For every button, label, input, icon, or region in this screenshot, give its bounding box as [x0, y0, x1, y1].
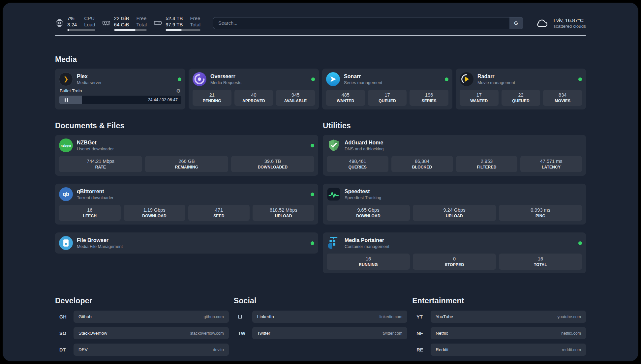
nzbget-icon: nzbget [59, 138, 73, 152]
service-description: Speedtest Tracking [345, 195, 381, 200]
stat-tile: 618.52 Mbps UPLOAD [253, 205, 314, 221]
cpu-icon [55, 18, 64, 27]
stat-tile: 47.571 ms LATENCY [520, 156, 582, 172]
stat-value: 471 [190, 207, 249, 213]
section-utilities: Utilities AdGuard Home DNS and [323, 121, 586, 273]
stat-label: REMAINING [146, 165, 227, 169]
stat-tile: 0.993 ms PING [499, 205, 582, 221]
stat-label: TOTAL [500, 262, 581, 267]
bookmark-netflix[interactable]: NF Netflix netflix.com [412, 327, 586, 339]
stat-value: 9.24 Gbps [414, 207, 495, 213]
search-bar: G [213, 17, 523, 29]
service-card-radarr[interactable]: Radarr Movie management 17 WANTED 22 QUE… [456, 69, 586, 109]
service-card-speedtest[interactable]: Speedtest Speedtest Tracking 9.65 Gbps D… [323, 184, 586, 225]
weather-widget[interactable]: Lviv, 16.87°C scattered clouds [534, 17, 586, 29]
now-playing-title: Bullet Train [60, 88, 82, 93]
status-indicator [178, 77, 181, 81]
memory-total: 64 GiB [114, 21, 129, 28]
stat-value: 485 [327, 92, 364, 98]
bookmark-abbr: RE [412, 347, 431, 352]
stat-value: 266 GB [146, 159, 227, 164]
stat-value: 22 [503, 92, 539, 98]
stat-tile: 16 TOTAL [499, 254, 582, 270]
bookmark-url: youtube.com [557, 315, 581, 319]
bookmark-url: linkedin.com [380, 315, 402, 319]
stat-value: 1.19 Gbps [125, 207, 184, 213]
service-card-adguard[interactable]: AdGuard Home DNS and adblocking 498,461 … [323, 135, 586, 176]
status-indicator [445, 77, 448, 81]
service-name: Speedtest [345, 189, 381, 195]
stat-label: PING [500, 214, 581, 218]
bookmark-reddit[interactable]: RE Reddit reddit.com [412, 344, 586, 356]
weather-location: Lviv, 16.87°C [554, 17, 586, 23]
stat-value: 2,953 [457, 159, 516, 164]
disk-free: 52.4 TB [166, 15, 183, 21]
cpu-label-top: CPU [84, 15, 95, 21]
search-input[interactable] [213, 17, 509, 29]
stat-value: 945 [277, 92, 314, 98]
status-indicator [311, 77, 315, 81]
stat-value: 21 [194, 92, 230, 98]
gear-icon[interactable]: ⚙ [176, 88, 181, 93]
stat-tile: 9.24 Gbps UPLOAD [413, 205, 496, 221]
top-bar: 7% 3.24 CPU Load [55, 15, 586, 31]
cloud-icon [534, 17, 550, 29]
stat-tile: 0 STOPPED [413, 254, 496, 270]
section-documents: Documents & Files nzbget NZBGet Usenet d… [55, 121, 318, 254]
stat-value: 744.21 Mbps [60, 159, 141, 164]
service-card-qbittorrent[interactable]: qb qBittorrent Torrent downloader 16 LEE… [55, 184, 318, 225]
search-provider-button[interactable]: G [509, 17, 523, 29]
stat-value: 16 [60, 207, 119, 213]
stat-label: FILTERED [457, 165, 516, 169]
stat-label: SERIES [411, 99, 447, 103]
stat-tile: 498,461 QUERIES [327, 156, 388, 172]
service-name: qBittorrent [77, 189, 113, 195]
stat-tile: 16 LEECH [59, 205, 121, 221]
stat-tile: 39.6 TB DOWNLOADED [231, 156, 314, 172]
memory-widget: 22 GiB 64 GiB Free Total [102, 15, 147, 31]
topbar-divider [55, 35, 586, 36]
bookmark-youtube[interactable]: YT YouTube youtube.com [412, 311, 586, 323]
service-card-nzbget[interactable]: nzbget NZBGet Usenet downloader 744.21 M… [55, 135, 318, 176]
service-card-plex[interactable]: ❯ Plex Media server Bullet Train ⚙ [55, 69, 185, 109]
resource-widgets: 7% 3.24 CPU Load [55, 15, 200, 31]
service-name: Plex [77, 74, 102, 79]
service-card-overseerr[interactable]: Overseerr Media Requests 21 PENDING 40 A… [189, 69, 319, 109]
stat-value: 16 [500, 256, 581, 261]
cpu-load-average: 3.24 [67, 21, 77, 28]
bookmark-group-title: Developer [55, 296, 229, 305]
service-card-portainer[interactable]: Media Portainer Container management 16 … [323, 232, 586, 273]
stat-label: PENDING [194, 99, 230, 103]
stat-tile: 40 APPROVED [234, 90, 273, 106]
bookmark-github[interactable]: GH Github github.com [55, 311, 229, 323]
bookmark-linkedin[interactable]: LI LinkedIn linkedin.com [234, 311, 408, 323]
status-indicator [311, 193, 314, 196]
cpu-widget: 7% 3.24 CPU Load [55, 15, 95, 31]
bookmark-dev[interactable]: DT DEV dev.to [55, 344, 229, 356]
pause-button[interactable] [59, 96, 74, 104]
service-card-sonarr[interactable]: Sonarr Series management 485 WANTED 17 Q… [322, 69, 452, 109]
stat-label: RATE [60, 165, 141, 169]
stat-label: SEED [190, 214, 249, 218]
bookmark-url: reddit.com [562, 348, 581, 352]
service-description: DNS and adblocking [345, 146, 384, 151]
stat-label: WANTED [461, 99, 497, 103]
service-name: Media Portainer [345, 237, 389, 243]
bookmark-abbr: DT [55, 347, 74, 352]
stat-label: UPLOAD [414, 214, 495, 218]
bookmark-twitter[interactable]: TW Twitter twitter.com [234, 327, 408, 339]
stat-tile: 471 SEED [188, 205, 250, 221]
service-description: Series management [344, 80, 382, 85]
stat-label: DOWNLOAD [125, 214, 184, 218]
radarr-icon [460, 72, 473, 86]
service-card-filebrowser[interactable]: File Browser Media File Management [55, 232, 318, 254]
portainer-icon [327, 236, 341, 250]
stat-tile: 17 WANTED [460, 90, 499, 106]
cpu-percent: 7% [67, 15, 77, 21]
bookmark-name: Github [78, 314, 92, 319]
playback-progress-bar[interactable]: 24:44 / 02:06:47 [59, 96, 181, 104]
disk-icon [153, 18, 162, 27]
bookmark-stackoverflow[interactable]: SO StackOverflow stackoverflow.com [55, 327, 229, 339]
bookmark-abbr: YT [412, 314, 431, 319]
memory-label-bottom: Total [136, 21, 147, 28]
